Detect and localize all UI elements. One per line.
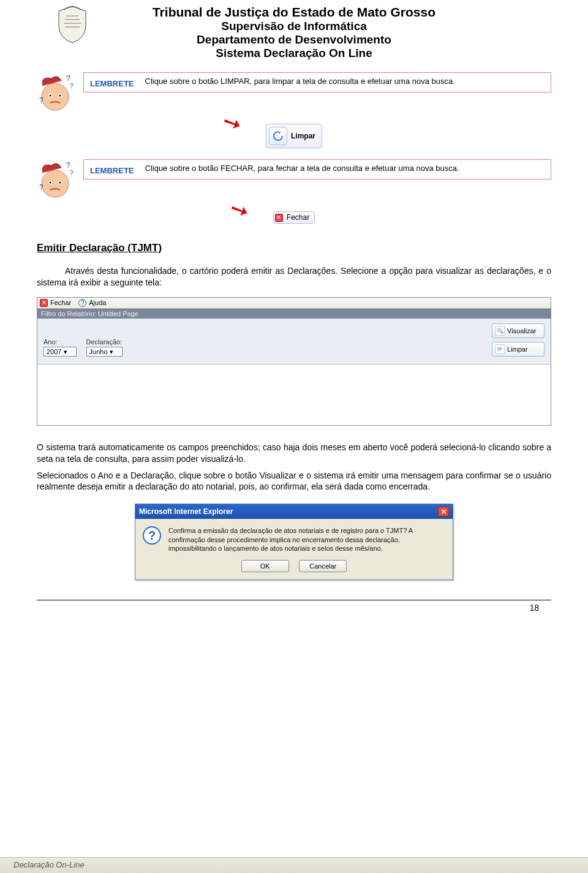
header-line-4: Sistema Declaração On Line bbox=[37, 47, 551, 60]
close-icon: ✕ bbox=[40, 299, 48, 307]
footer-bar: Declaração On-Line bbox=[0, 857, 588, 873]
header-line-3: Departamento de Desenvolvimento bbox=[37, 33, 551, 47]
limpar-button[interactable]: Limpar bbox=[266, 124, 322, 148]
panel-help-button[interactable]: ? Ajuda bbox=[78, 299, 106, 307]
help-icon: ? bbox=[78, 299, 86, 307]
svg-point-10 bbox=[50, 182, 51, 184]
cancel-button[interactable]: Cancelar bbox=[299, 560, 347, 572]
header-line-2: Supervisão de Informática bbox=[37, 20, 551, 33]
lembrete-label: LEMBRETE bbox=[90, 164, 134, 175]
lembrete-limpar: ? ? ? LEMBRETE Clique sobre o botão LIMP… bbox=[37, 72, 551, 118]
declaracao-select[interactable]: Junho ▾ bbox=[86, 347, 123, 357]
svg-point-2 bbox=[50, 95, 51, 97]
svg-point-0 bbox=[42, 83, 69, 110]
svg-text:?: ? bbox=[39, 183, 43, 192]
refresh-icon: ⟳ bbox=[495, 344, 505, 354]
paragraph-intro: Através desta funcionalidade, o cartório… bbox=[37, 265, 551, 289]
visualizar-button[interactable]: 🔍 Visualizar bbox=[492, 323, 545, 338]
close-icon: ✕ bbox=[275, 214, 283, 222]
question-icon: ? bbox=[143, 526, 161, 545]
page-number: 18 bbox=[0, 600, 588, 613]
dialog-message: Confirma a emissão da declaração de atos… bbox=[168, 526, 444, 553]
svg-point-4 bbox=[59, 95, 61, 97]
declaracao-label: Declaração: bbox=[86, 338, 123, 346]
svg-text:?: ? bbox=[39, 96, 43, 105]
section-title: Emitir Declaração (TJMT) bbox=[37, 242, 551, 254]
lembrete-text: Clique sobre o botão LIMPAR, para limpar… bbox=[145, 77, 455, 86]
svg-text:?: ? bbox=[66, 161, 70, 170]
dialog-title: Microsoft Internet Explorer bbox=[139, 507, 233, 516]
magnifier-icon: 🔍 bbox=[495, 326, 505, 336]
paragraph-auto-fields: O sistema trará automaticamente os campo… bbox=[37, 442, 551, 465]
svg-point-12 bbox=[59, 182, 61, 184]
thinking-face-icon: ? ? ? bbox=[37, 159, 76, 205]
svg-text:?: ? bbox=[70, 170, 74, 176]
ok-button[interactable]: OK bbox=[241, 560, 289, 572]
fechar-button[interactable]: ✕ Fechar bbox=[273, 211, 315, 224]
limpar-button[interactable]: ⟳ Limpar bbox=[492, 342, 545, 357]
refresh-icon bbox=[269, 127, 287, 145]
lembrete-text: Clique sobre o botão FECHAR, para fechar… bbox=[145, 164, 459, 173]
ano-label: Ano: bbox=[43, 338, 77, 346]
document-header: Tribunal de Justiça do Estado de Mato Gr… bbox=[37, 5, 551, 60]
header-line-1: Tribunal de Justiça do Estado de Mato Gr… bbox=[37, 5, 551, 20]
lembrete-label: LEMBRETE bbox=[90, 77, 134, 88]
filter-title: Filtro do Relatório: Untitled Page bbox=[37, 309, 551, 319]
screenshot-filter-panel: ✕ Fechar ? Ajuda Filtro do Relatório: Un… bbox=[37, 297, 551, 426]
svg-text:?: ? bbox=[70, 83, 74, 89]
panel-close-button[interactable]: ✕ Fechar bbox=[40, 299, 71, 307]
svg-point-8 bbox=[42, 170, 69, 197]
dialog-close-button[interactable]: ✕ bbox=[438, 507, 449, 516]
thinking-face-icon: ? ? ? bbox=[37, 72, 76, 118]
ano-select[interactable]: 2007 ▾ bbox=[43, 347, 77, 357]
svg-text:?: ? bbox=[66, 74, 70, 83]
confirm-dialog: Microsoft Internet Explorer ✕ ? Confirma… bbox=[135, 504, 453, 580]
crest-icon bbox=[55, 5, 89, 47]
paragraph-confirm: Selecionados o Ano e a Declaração, cliqu… bbox=[37, 470, 551, 493]
lembrete-fechar: ? ? ? LEMBRETE Clique sobre o botão FECH… bbox=[37, 159, 551, 205]
